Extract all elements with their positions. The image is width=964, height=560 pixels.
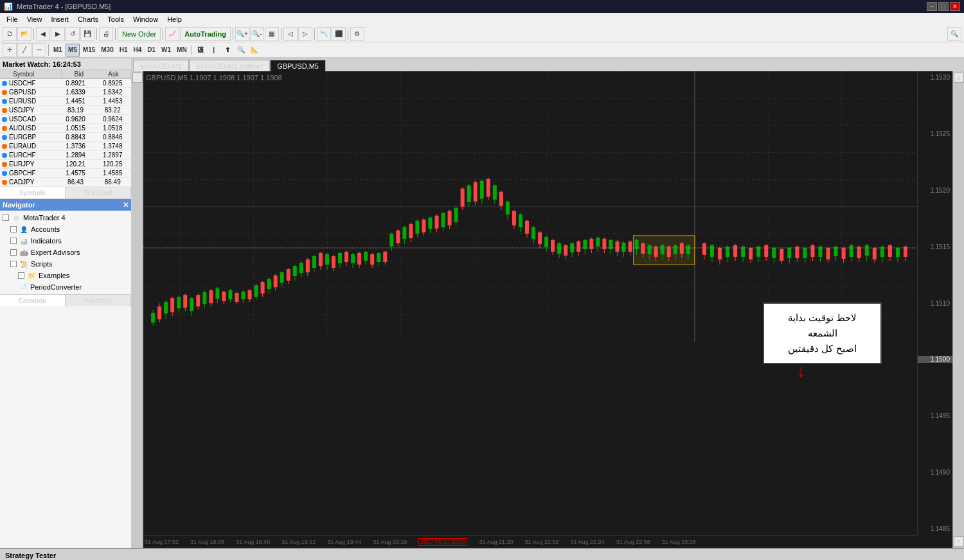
tf-m5[interactable]: M5 (66, 44, 80, 57)
tf-w1[interactable]: W1 (159, 44, 174, 57)
tab-tick-chart[interactable]: Tick Chart (66, 187, 131, 198)
minimize-button[interactable]: ─ (927, 2, 937, 11)
nav-examples[interactable]: + 📁 Examples (0, 270, 131, 281)
expand-accounts[interactable]: + (10, 226, 17, 232)
nav-expert-advisors[interactable]: + 🤖 Expert Advisors (0, 247, 131, 258)
period-sep-btn[interactable]: | (208, 44, 220, 57)
symbol-ask: 120.25 (94, 161, 131, 168)
window-controls[interactable]: ─ □ ✕ (927, 2, 960, 11)
chart-type-btn[interactable]: ▦ (265, 27, 279, 41)
save-btn[interactable]: 💾 (80, 27, 94, 41)
symbol-ask: 83.22 (94, 107, 131, 114)
menu-insert[interactable]: Insert (47, 14, 73, 24)
market-watch-row[interactable]: GBPUSD 1.6339 1.6342 (0, 88, 131, 97)
expand-mt4[interactable]: - (3, 214, 9, 221)
menu-tools[interactable]: Tools (103, 14, 128, 24)
autotrading-btn[interactable]: AutoTrading (180, 27, 231, 41)
options-btn[interactable]: ⚙ (350, 27, 364, 41)
menu-file[interactable]: File (3, 14, 22, 24)
new-order-btn[interactable]: New Order (118, 27, 161, 41)
sep-tf2 (192, 45, 192, 55)
menu-help[interactable]: Help (163, 14, 186, 24)
chart-tabs[interactable]: EURUSD,M1 EURUSD,M2 (offline) GBPUSD,M5 (132, 58, 964, 71)
navigator-tree: - 🖥 MetaTrader 4 + 👤 Accounts + 📊 Indica… (0, 211, 131, 294)
expand-scripts[interactable]: - (10, 261, 17, 267)
tf-m15[interactable]: M15 (80, 44, 98, 57)
zoom-out-btn[interactable]: 🔍- (250, 27, 264, 41)
market-watch-row[interactable]: USDJPY 83.19 83.22 (0, 106, 131, 115)
tab-symbols[interactable]: Symbols (0, 187, 66, 198)
symbol-dot (2, 117, 7, 122)
nav-period-converter[interactable]: 📄 PeriodConverter (0, 281, 131, 293)
time-11: 31 Aug 23:28 (662, 539, 696, 545)
svg-rect-69 (306, 259, 310, 272)
restore-button[interactable]: □ (938, 2, 949, 11)
right-tool-1[interactable]: ▲ (954, 73, 964, 83)
tf-d1[interactable]: D1 (145, 44, 158, 57)
menu-charts[interactable]: Charts (74, 14, 102, 24)
symbol-bid: 1.6339 (57, 89, 94, 96)
expand-ea[interactable]: + (10, 249, 17, 256)
expand-indicators[interactable]: + (10, 238, 17, 244)
tf-mn[interactable]: MN (174, 44, 190, 57)
vertical-tool-1[interactable]: ↕ (132, 73, 143, 83)
expand-examples[interactable]: + (18, 272, 24, 279)
market-watch-row[interactable]: AUDUSD 1.0515 1.0518 (0, 124, 131, 133)
menu-window[interactable]: Window (129, 14, 162, 24)
close-button[interactable]: ✕ (950, 2, 960, 11)
crosshair-btn[interactable]: ✛ (3, 43, 17, 57)
print-btn[interactable]: 🖨 (99, 27, 113, 41)
new-btn[interactable]: 🗋 (3, 27, 17, 41)
scroll-right-btn[interactable]: ▷ (298, 27, 312, 41)
market-watch-tabs[interactable]: Symbols Tick Chart (0, 187, 131, 199)
tf-h4[interactable]: H4 (131, 44, 145, 57)
zoom-in-btn[interactable]: 🔍+ (235, 27, 249, 41)
scripts-icon: 📜 (19, 259, 29, 269)
market-watch-row[interactable]: EURCHF 1.2894 1.2897 (0, 151, 131, 160)
tf-m1[interactable]: M1 (51, 44, 65, 57)
price-8: 1.1485 (918, 525, 952, 532)
search-btn[interactable]: 🔍 (947, 27, 961, 41)
scroll-left-btn[interactable]: ◁ (283, 27, 298, 41)
indicator-btn[interactable]: 📉 (317, 27, 331, 41)
market-watch-row[interactable]: USDCAD 0.9620 0.9624 (0, 115, 131, 124)
nav-indicators[interactable]: + 📊 Indicators (0, 235, 131, 247)
navigator-close[interactable]: ✕ (123, 201, 129, 209)
line-btn[interactable]: ╱ (17, 43, 31, 57)
nav-tab-favorites[interactable]: Favorites (66, 295, 131, 306)
svg-rect-186 (680, 243, 684, 254)
symbol-name: EURCHF (9, 152, 57, 159)
forward-btn[interactable]: ▶ (51, 27, 65, 41)
open-btn[interactable]: 📂 (17, 27, 31, 41)
line-studies-btn[interactable]: ⬆ (221, 44, 234, 57)
nav-scripts[interactable]: - 📜 Scripts (0, 258, 131, 270)
tab-gbpusd-m5[interactable]: GBPUSD,M5 (270, 60, 326, 71)
market-watch-row[interactable]: CADJPY 86.43 86.49 (0, 178, 131, 187)
history-btn[interactable]: 📈 (165, 27, 179, 41)
zoom-chart-btn[interactable]: 🔍 (235, 44, 247, 57)
tab-eurusd-m1[interactable]: EURUSD,M1 (133, 60, 189, 71)
navigator-tabs[interactable]: Common Favorites (0, 294, 131, 306)
nav-accounts[interactable]: + 👤 Accounts (0, 223, 131, 235)
market-watch-row[interactable]: EURGBP 0.8843 0.8846 (0, 133, 131, 142)
market-watch-row[interactable]: GBPCHF 1.4575 1.4585 (0, 169, 131, 178)
market-watch-row[interactable]: EURJPY 120.21 120.25 (0, 160, 131, 169)
tf-m30[interactable]: M30 (98, 44, 116, 57)
stop-btn[interactable]: ⬛ (332, 27, 346, 41)
market-watch-row[interactable]: EURUSD 1.4451 1.4453 (0, 97, 131, 106)
nav-tab-common[interactable]: Common (0, 295, 66, 306)
svg-rect-230 (857, 247, 861, 258)
template-btn[interactable]: 🖼 (194, 44, 207, 57)
market-watch-row[interactable]: USDCHF 0.8921 0.8925 (0, 79, 131, 88)
svg-rect-232 (865, 245, 869, 256)
hline-btn[interactable]: ─ (32, 43, 46, 57)
tf-h1[interactable]: H1 (117, 44, 130, 57)
fibo-btn[interactable]: 📐 (248, 44, 261, 57)
nav-metatrader4[interactable]: - 🖥 MetaTrader 4 (0, 212, 131, 223)
back-btn[interactable]: ◀ (36, 27, 50, 41)
menu-view[interactable]: View (23, 14, 46, 24)
market-watch-row[interactable]: EURAUD 1.3736 1.3748 (0, 142, 131, 151)
right-tool-2[interactable]: ▼ (954, 536, 964, 547)
tab-eurusd-m2[interactable]: EURUSD,M2 (offline) (189, 60, 270, 71)
reload-btn[interactable]: ↺ (66, 27, 80, 41)
